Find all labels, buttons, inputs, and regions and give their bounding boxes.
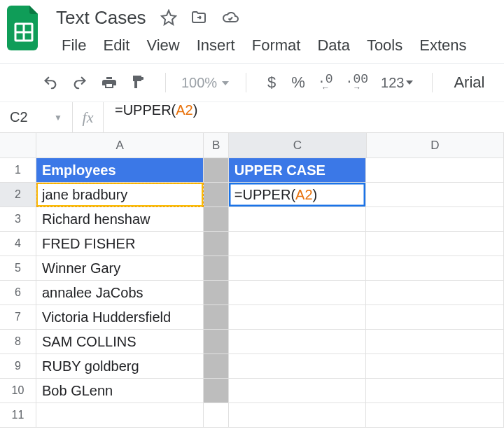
row-header-3[interactable]: 3 xyxy=(0,207,36,232)
cell-A11[interactable] xyxy=(36,403,204,428)
menu-insert[interactable]: Insert xyxy=(190,34,242,57)
cell-D7[interactable] xyxy=(366,305,504,330)
arrow-left-icon: ← xyxy=(323,85,328,92)
row-header-9[interactable]: 9 xyxy=(0,354,36,379)
chevron-down-icon: ▼ xyxy=(54,113,62,122)
font-family-dropdown[interactable]: Arial xyxy=(448,74,490,92)
cell-C8[interactable] xyxy=(229,330,367,354)
arrow-right-icon: → xyxy=(354,85,359,92)
formula-ref: A2 xyxy=(176,102,192,118)
row-header-6[interactable]: 6 xyxy=(0,281,36,305)
sheets-app-icon[interactable] xyxy=(6,6,42,50)
cell-C2[interactable]: =UPPER(A2) xyxy=(229,183,367,207)
formula-bar[interactable]: =UPPER(A2) xyxy=(104,102,504,132)
cell-C5[interactable] xyxy=(229,256,367,281)
cell-A7[interactable]: Victoria Huddersfield xyxy=(36,305,204,330)
decrease-decimals-button[interactable]: .0 ← xyxy=(315,71,336,94)
row-header-10[interactable]: 10 xyxy=(0,379,36,403)
formula-bar-row: C2 ▼ fx =UPPER(A2) xyxy=(0,102,504,133)
name-box[interactable]: C2 ▼ xyxy=(0,102,73,132)
row-header-1[interactable]: 1 xyxy=(0,158,36,183)
currency-button[interactable]: $ xyxy=(262,71,281,94)
cell-A5[interactable]: Winner Gary xyxy=(36,256,204,281)
cell-B6[interactable] xyxy=(204,281,228,305)
paint-format-button[interactable] xyxy=(127,71,150,94)
row-header-5[interactable]: 5 xyxy=(0,256,36,281)
cell-A9[interactable]: RUBY goldberg xyxy=(36,354,204,379)
cell-B10[interactable] xyxy=(204,379,228,403)
cell-A3[interactable]: Richard henshaw xyxy=(36,207,204,232)
row-header-11[interactable]: 11 xyxy=(0,403,36,428)
name-box-value: C2 xyxy=(10,109,28,125)
menu-format[interactable]: Format xyxy=(245,34,308,57)
col-header-C[interactable]: C xyxy=(229,133,366,158)
cell-D5[interactable] xyxy=(366,256,504,281)
move-folder-icon[interactable] xyxy=(190,9,208,26)
menu-extensions[interactable]: Extens xyxy=(412,34,473,57)
menu-tools[interactable]: Tools xyxy=(360,34,410,57)
cell-A8[interactable]: SAM COLLINS xyxy=(36,330,204,354)
cell-B9[interactable] xyxy=(204,354,228,379)
number-format-dropdown[interactable]: 123 xyxy=(378,71,416,94)
chevron-down-icon xyxy=(221,75,230,91)
formula-suffix: ) xyxy=(313,187,318,203)
cell-B5[interactable] xyxy=(204,256,228,281)
cell-D3[interactable] xyxy=(366,207,504,232)
cell-B2[interactable] xyxy=(204,183,228,207)
menu-edit[interactable]: Edit xyxy=(96,34,136,57)
cell-B7[interactable] xyxy=(204,305,228,330)
star-icon[interactable] xyxy=(160,9,177,26)
cell-C1[interactable]: UPPER CASE xyxy=(229,158,367,183)
document-title[interactable]: Text Cases xyxy=(55,7,148,29)
cell-A2[interactable]: jane bradbury xyxy=(36,183,204,207)
print-button[interactable] xyxy=(98,71,120,94)
cell-D2[interactable] xyxy=(366,183,504,207)
cell-B8[interactable] xyxy=(204,330,228,354)
cloud-status-icon[interactable] xyxy=(220,9,240,26)
cell-B1[interactable] xyxy=(204,158,228,183)
row-header-7[interactable]: 7 xyxy=(0,305,36,330)
cell-B4[interactable] xyxy=(204,232,228,256)
title-bar: Text Cases File Edit View Insert Format … xyxy=(0,0,504,63)
cell-D11[interactable] xyxy=(366,403,504,428)
undo-button[interactable] xyxy=(39,71,62,94)
col-header-B[interactable]: B xyxy=(204,133,229,158)
cell-A6[interactable]: annalee JaCobs xyxy=(36,281,204,305)
toolbar-separator xyxy=(165,73,166,92)
cell-C3[interactable] xyxy=(229,207,367,232)
cell-C9[interactable] xyxy=(229,354,367,379)
cell-D9[interactable] xyxy=(366,354,504,379)
cell-D8[interactable] xyxy=(366,330,504,354)
select-all-corner[interactable] xyxy=(0,133,36,158)
col-header-D[interactable]: D xyxy=(367,133,504,158)
cell-C10[interactable] xyxy=(229,379,367,403)
formula-prefix: =UPPER( xyxy=(234,187,295,203)
cell-D10[interactable] xyxy=(366,379,504,403)
num-format-label: 123 xyxy=(381,75,404,91)
row-header-8[interactable]: 8 xyxy=(0,330,36,354)
menu-file[interactable]: File xyxy=(55,34,93,57)
redo-button[interactable] xyxy=(69,71,91,94)
cell-C11[interactable] xyxy=(229,403,367,428)
cell-A10[interactable]: Bob GLenn xyxy=(36,379,204,403)
row-header-2[interactable]: 2 xyxy=(0,183,36,207)
cell-C6[interactable] xyxy=(229,281,367,305)
cell-B11[interactable] xyxy=(204,403,228,428)
cell-C4[interactable] xyxy=(229,232,367,256)
percent-button[interactable]: % xyxy=(288,71,308,94)
cell-A4[interactable]: FRED FISHER xyxy=(36,232,204,256)
col-header-A[interactable]: A xyxy=(36,133,204,158)
cell-A1[interactable]: Employees xyxy=(36,158,204,183)
menu-view[interactable]: View xyxy=(139,34,186,57)
cell-B3[interactable] xyxy=(204,207,228,232)
increase-decimals-button[interactable]: .00 → xyxy=(343,71,371,94)
cell-C7[interactable] xyxy=(229,305,367,330)
row-header-4[interactable]: 4 xyxy=(0,232,36,256)
cell-D6[interactable] xyxy=(366,281,504,305)
cell-D4[interactable] xyxy=(366,232,504,256)
formula-ref: A2 xyxy=(295,187,312,203)
menu-data[interactable]: Data xyxy=(310,34,356,57)
cell-D1[interactable] xyxy=(366,158,504,183)
zoom-dropdown[interactable]: 100% xyxy=(181,75,230,91)
toolbar: 100% $ % .0 ← .00 → 123 Arial xyxy=(0,63,504,102)
